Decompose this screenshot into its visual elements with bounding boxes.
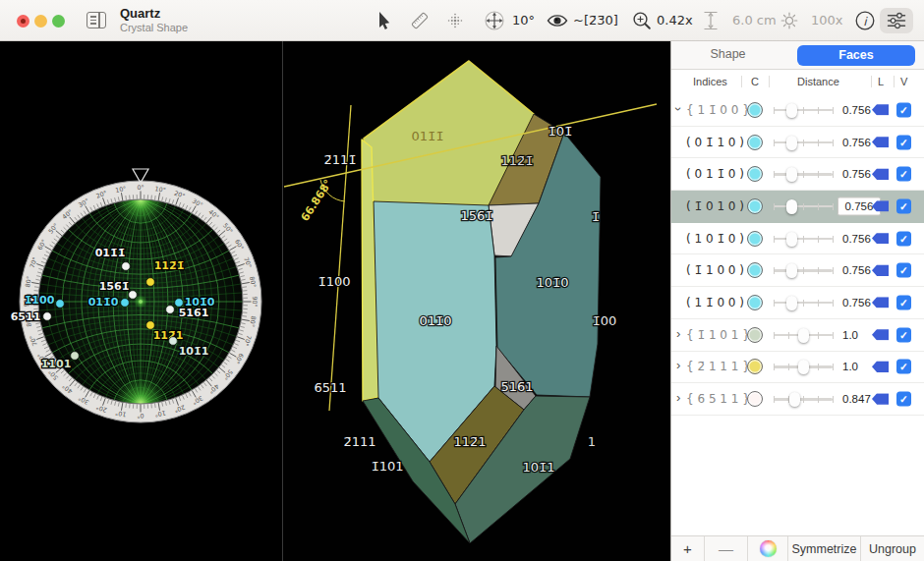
visibility-checkbox[interactable]: ✓ <box>896 392 911 407</box>
distance-slider[interactable] <box>774 165 833 183</box>
face-row[interactable]: ( 0 1̄ 1 0 ) 0.756✓ <box>671 127 924 159</box>
height-ruler-icon[interactable] <box>699 9 722 32</box>
slider-thumb[interactable] <box>798 360 809 374</box>
face-color-swatch[interactable] <box>747 262 763 278</box>
slider-thumb[interactable] <box>798 328 809 343</box>
lock-tag[interactable] <box>872 233 889 245</box>
row-disclosure[interactable]: › <box>676 390 680 405</box>
slider-thumb[interactable] <box>786 232 797 247</box>
stereonet-view[interactable]: 0°10°20°30°40°50°60°70°80°90°80°70°60°50… <box>0 41 282 561</box>
eye-icon[interactable] <box>546 9 569 32</box>
lock-tag[interactable] <box>872 362 889 373</box>
pole-point[interactable] <box>166 306 175 314</box>
model-size-value[interactable]: 6.0 cm <box>732 13 777 28</box>
tab-shape[interactable]: Shape <box>701 47 755 61</box>
distance-value[interactable]: 0.756 <box>842 264 871 276</box>
distance-slider[interactable] <box>774 230 833 248</box>
face-row[interactable]: ›{ 6̄ 5 1 1 } 0.847✓ <box>671 383 924 416</box>
pole-point[interactable] <box>56 300 65 309</box>
slider-thumb[interactable] <box>786 103 797 118</box>
ungroup-button[interactable]: Ungroup <box>861 536 924 561</box>
distance-value[interactable]: 0.847 <box>842 393 871 405</box>
face-row[interactable]: ›{ 1 1̄ 0 0 } 0.756✓ <box>671 94 924 127</box>
row-disclosure[interactable]: › <box>671 106 686 110</box>
lock-tag[interactable] <box>872 393 889 405</box>
magnifier-plus-icon[interactable] <box>630 9 654 32</box>
lock-tag[interactable] <box>872 265 889 277</box>
slider-thumb[interactable] <box>786 199 797 214</box>
slider-thumb[interactable] <box>786 263 797 278</box>
face-color-swatch[interactable] <box>747 359 763 374</box>
slider-thumb[interactable] <box>786 167 797 182</box>
pole-point[interactable] <box>175 299 184 308</box>
distance-value[interactable]: 0.756 <box>842 297 871 309</box>
pole-point[interactable] <box>146 321 155 330</box>
pole-point[interactable] <box>71 352 80 361</box>
distance-slider[interactable] <box>774 294 833 311</box>
face-color-swatch[interactable] <box>747 327 763 343</box>
face-color-swatch[interactable] <box>747 391 763 407</box>
add-face-button[interactable]: + <box>671 536 705 561</box>
zoom-window-button[interactable] <box>52 15 65 28</box>
close-button[interactable] <box>17 15 29 28</box>
pole-point[interactable] <box>129 291 138 300</box>
distance-value[interactable]: 0.756 <box>842 168 871 180</box>
pole-point[interactable] <box>169 337 178 346</box>
slider-thumb[interactable] <box>786 136 797 150</box>
distance-slider[interactable] <box>774 134 833 151</box>
visibility-checkbox[interactable]: ✓ <box>896 198 911 213</box>
lock-tag[interactable] <box>872 297 889 309</box>
visibility-checkbox[interactable]: ✓ <box>896 135 911 149</box>
distance-slider[interactable] <box>774 326 833 344</box>
pole-point[interactable] <box>121 299 130 308</box>
lock-tag[interactable] <box>872 104 889 116</box>
visibility-checkbox[interactable]: ✓ <box>896 295 911 309</box>
dot-grid-icon[interactable] <box>443 9 467 32</box>
distance-value[interactable]: 0.756 <box>842 137 871 148</box>
face-row[interactable]: ›{ 2̄ 1 1 1 } 1.0✓ <box>671 352 924 384</box>
info-icon[interactable]: i <box>853 9 877 32</box>
visibility-checkbox[interactable]: ✓ <box>896 102 911 117</box>
face-color-swatch[interactable] <box>747 135 763 150</box>
lock-tag[interactable] <box>872 137 889 148</box>
rotate-step-value[interactable]: 10° <box>512 13 535 28</box>
distance-value[interactable]: 0.756 <box>842 104 871 116</box>
distance-slider[interactable] <box>774 101 833 119</box>
slider-thumb[interactable] <box>789 392 800 407</box>
face-row[interactable]: ( 0 1 1̄ 0 ) 0.756✓ <box>671 158 924 191</box>
face-row[interactable]: ( 1̄ 0 1 0 ) 0.756✓ <box>671 191 924 223</box>
sliders-icon[interactable] <box>885 9 908 32</box>
pole-point[interactable] <box>146 278 155 287</box>
tab-faces[interactable]: Faces <box>797 45 915 66</box>
face-color-swatch[interactable] <box>747 166 763 182</box>
visibility-checkbox[interactable]: ✓ <box>896 263 911 278</box>
face-color-swatch[interactable] <box>747 198 763 214</box>
visibility-checkbox[interactable]: ✓ <box>896 167 911 182</box>
lock-tag[interactable] <box>872 168 889 180</box>
zoom-level-value[interactable]: 0.42x <box>657 13 693 28</box>
distance-value[interactable]: 1.0 <box>842 329 858 341</box>
face-row[interactable]: ( 1 0 1̄ 0 ) 0.756✓ <box>671 223 924 255</box>
remove-face-button[interactable]: — <box>705 536 748 561</box>
slider-thumb[interactable] <box>786 296 797 310</box>
row-disclosure[interactable]: › <box>676 359 680 373</box>
distance-slider[interactable] <box>774 197 833 215</box>
visibility-checkbox[interactable]: ✓ <box>896 231 911 246</box>
distance-slider[interactable] <box>774 261 833 279</box>
view-axis-value[interactable]: ~[2̄3̄0] <box>573 13 618 28</box>
visibility-checkbox[interactable]: ✓ <box>896 327 911 342</box>
distance-value[interactable]: 1.0 <box>842 361 858 372</box>
brightness-icon[interactable] <box>778 9 801 32</box>
color-picker-button[interactable] <box>748 536 788 561</box>
cursor-icon[interactable] <box>372 9 395 32</box>
symmetrize-button[interactable]: Symmetrize <box>788 536 861 561</box>
face-row[interactable]: ›{ 1̄ 1 0 1 } 1.0✓ <box>671 319 924 352</box>
lock-tag[interactable] <box>872 329 889 341</box>
brightness-value[interactable]: 100x <box>811 13 843 28</box>
face-row[interactable]: ( 1 1̄ 0 0 ) 0.756✓ <box>671 287 924 319</box>
ruler-icon[interactable] <box>408 9 432 32</box>
pole-point[interactable] <box>122 262 131 271</box>
face-color-swatch[interactable] <box>747 295 763 310</box>
minimize-button[interactable] <box>34 15 47 28</box>
face-color-swatch[interactable] <box>747 102 763 118</box>
